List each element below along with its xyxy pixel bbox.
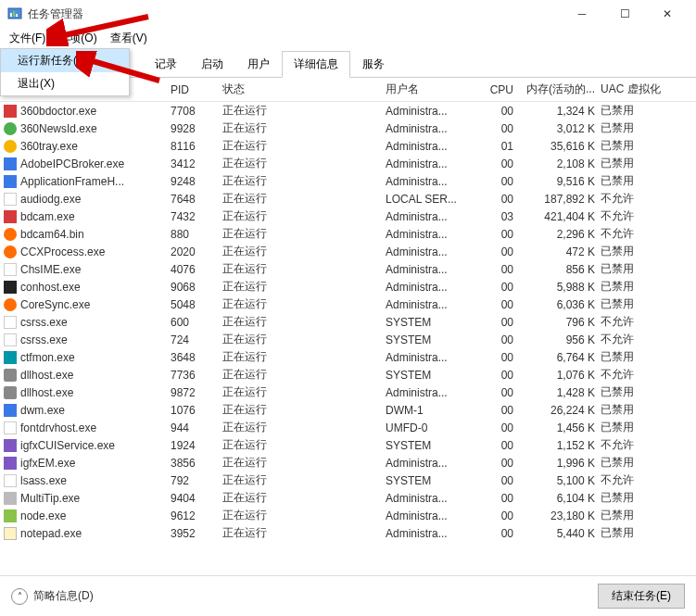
table-row[interactable]: ApplicationFrameH...9248正在运行Administra..… bbox=[0, 172, 696, 190]
process-status: 正在运行 bbox=[222, 420, 386, 435]
process-mem: 421,404 K bbox=[519, 210, 601, 223]
footer: ˄ 简略信息(D) 结束任务(E) bbox=[0, 575, 696, 616]
table-row[interactable]: csrss.exe600正在运行SYSTEM00796 K不允许 bbox=[0, 313, 696, 331]
menu-view[interactable]: 查看(V) bbox=[105, 29, 153, 48]
process-uac: 已禁用 bbox=[601, 156, 675, 171]
menu-file[interactable]: 文件(F) bbox=[4, 29, 51, 48]
table-row[interactable]: conhost.exe9068正在运行Administra...005,988 … bbox=[0, 278, 696, 295]
process-mem: 956 K bbox=[519, 333, 601, 346]
col-cpu[interactable]: CPU bbox=[478, 83, 519, 96]
table-row[interactable]: ctfmon.exe3648正在运行Administra...006,764 K… bbox=[0, 348, 696, 366]
process-cpu: 00 bbox=[478, 316, 519, 329]
table-row[interactable]: igfxCUIService.exe1924正在运行SYSTEM001,152 … bbox=[0, 436, 696, 454]
col-user[interactable]: 用户名 bbox=[386, 82, 478, 97]
process-pid: 7648 bbox=[171, 193, 222, 206]
maximize-button[interactable]: ☐ bbox=[603, 0, 646, 28]
table-row[interactable]: node.exe9612正在运行Administra...0023,180 K已… bbox=[0, 507, 696, 524]
process-pid: 9248 bbox=[171, 175, 222, 188]
table-row[interactable]: audiodg.exe7648正在运行LOCAL SER...00187,892… bbox=[0, 190, 696, 207]
process-status: 正在运行 bbox=[222, 525, 386, 541]
table-row[interactable]: dwm.exe1076正在运行DWM-10026,224 K已禁用 bbox=[0, 401, 696, 419]
table-row[interactable]: dllhost.exe7736正在运行SYSTEM001,076 K不允许 bbox=[0, 366, 696, 383]
process-icon bbox=[4, 193, 17, 206]
table-row[interactable]: AdobeIPCBroker.exe3412正在运行Administra...0… bbox=[0, 155, 696, 172]
process-name: dwm.exe bbox=[20, 404, 171, 417]
svg-rect-3 bbox=[16, 14, 18, 17]
table-row[interactable]: 360bdoctor.exe7708正在运行Administra...001,3… bbox=[0, 102, 696, 119]
process-mem: 1,456 K bbox=[519, 421, 601, 434]
table-row[interactable]: CoreSync.exe5048正在运行Administra...006,036… bbox=[0, 295, 696, 313]
process-uac: 已禁用 bbox=[601, 244, 675, 259]
close-button[interactable]: ✕ bbox=[646, 0, 689, 28]
app-icon bbox=[7, 6, 22, 21]
process-name: 360NewsId.exe bbox=[20, 122, 171, 135]
process-pid: 7708 bbox=[171, 105, 222, 118]
table-row[interactable]: dllhost.exe9872正在运行Administra...001,428 … bbox=[0, 383, 696, 401]
table-row[interactable]: notepad.exe3952正在运行Administra...005,440 … bbox=[0, 524, 696, 542]
col-uac[interactable]: UAC 虚拟化 bbox=[601, 82, 675, 97]
process-name: MultiTip.exe bbox=[20, 492, 171, 505]
process-cpu: 00 bbox=[478, 157, 519, 170]
process-cpu: 00 bbox=[478, 228, 519, 241]
process-cpu: 00 bbox=[478, 404, 519, 417]
process-user: LOCAL SER... bbox=[386, 193, 478, 206]
tab-startup[interactable]: 启动 bbox=[189, 51, 235, 78]
process-mem: 6,764 K bbox=[519, 351, 601, 364]
process-icon bbox=[4, 421, 17, 434]
col-status[interactable]: 状态 bbox=[222, 82, 386, 97]
process-cpu: 00 bbox=[478, 105, 519, 118]
table-row[interactable]: 360NewsId.exe9928正在运行Administra...003,01… bbox=[0, 119, 696, 137]
process-mem: 35,616 K bbox=[519, 140, 601, 153]
process-cpu: 00 bbox=[478, 333, 519, 346]
process-uac: 已禁用 bbox=[601, 296, 675, 312]
process-pid: 1924 bbox=[171, 439, 222, 452]
process-pid: 3856 bbox=[171, 457, 222, 470]
process-cpu: 01 bbox=[478, 140, 519, 153]
table-row[interactable]: lsass.exe792正在运行SYSTEM005,100 K不允许 bbox=[0, 471, 696, 489]
process-uac: 已禁用 bbox=[601, 384, 675, 400]
table-row[interactable]: csrss.exe724正在运行SYSTEM00956 K不允许 bbox=[0, 331, 696, 348]
col-mem[interactable]: 内存(活动的... bbox=[519, 82, 601, 97]
process-list[interactable]: 360bdoctor.exe7708正在运行Administra...001,3… bbox=[0, 102, 696, 584]
end-task-button[interactable]: 结束任务(E) bbox=[598, 584, 685, 609]
col-pid[interactable]: PID bbox=[171, 83, 222, 96]
table-row[interactable]: CCXProcess.exe2020正在运行Administra...00472… bbox=[0, 243, 696, 260]
menu-options[interactable]: 选项(O) bbox=[53, 29, 102, 48]
table-row[interactable]: ChsIME.exe4076正在运行Administra...00856 K已禁… bbox=[0, 260, 696, 278]
process-status: 正在运行 bbox=[222, 156, 386, 171]
process-cpu: 00 bbox=[478, 245, 519, 258]
process-uac: 已禁用 bbox=[601, 261, 675, 277]
process-pid: 600 bbox=[171, 316, 222, 329]
table-row[interactable]: bdcam.exe7432正在运行Administra...03421,404 … bbox=[0, 207, 696, 225]
tab-history[interactable]: 记录 bbox=[143, 51, 189, 78]
tab-details[interactable]: 详细信息 bbox=[282, 51, 350, 78]
process-mem: 187,892 K bbox=[519, 193, 601, 206]
process-cpu: 00 bbox=[478, 281, 519, 294]
process-cpu: 00 bbox=[478, 457, 519, 470]
process-mem: 5,988 K bbox=[519, 281, 601, 294]
process-pid: 7432 bbox=[171, 210, 222, 223]
process-mem: 6,104 K bbox=[519, 492, 601, 505]
process-mem: 5,440 K bbox=[519, 527, 601, 540]
tab-users[interactable]: 用户 bbox=[235, 51, 282, 78]
menu-exit[interactable]: 退出(X) bbox=[1, 72, 129, 95]
table-row[interactable]: fontdrvhost.exe944正在运行UMFD-0001,456 K已禁用 bbox=[0, 419, 696, 436]
process-uac: 已禁用 bbox=[601, 508, 675, 523]
table-row[interactable]: igfxEM.exe3856正在运行Administra...001,996 K… bbox=[0, 454, 696, 471]
process-cpu: 03 bbox=[478, 210, 519, 223]
process-name: CCXProcess.exe bbox=[20, 245, 171, 258]
table-row[interactable]: 360tray.exe8116正在运行Administra...0135,616… bbox=[0, 137, 696, 155]
tab-services[interactable]: 服务 bbox=[350, 51, 397, 78]
menu-run-new-task[interactable]: 运行新任务(N) bbox=[1, 49, 129, 72]
process-icon bbox=[4, 122, 17, 135]
fewer-details-button[interactable]: ˄ 简略信息(D) bbox=[11, 588, 94, 605]
minimize-button[interactable]: ─ bbox=[561, 0, 603, 28]
table-row[interactable]: bdcam64.bin880正在运行Administra...002,296 K… bbox=[0, 225, 696, 243]
process-uac: 不允许 bbox=[601, 472, 675, 488]
process-status: 正在运行 bbox=[222, 508, 386, 523]
process-icon bbox=[4, 333, 17, 346]
table-row[interactable]: MultiTip.exe9404正在运行Administra...006,104… bbox=[0, 489, 696, 507]
process-pid: 724 bbox=[171, 333, 222, 346]
process-name: igfxEM.exe bbox=[20, 457, 171, 470]
process-pid: 792 bbox=[171, 474, 222, 487]
